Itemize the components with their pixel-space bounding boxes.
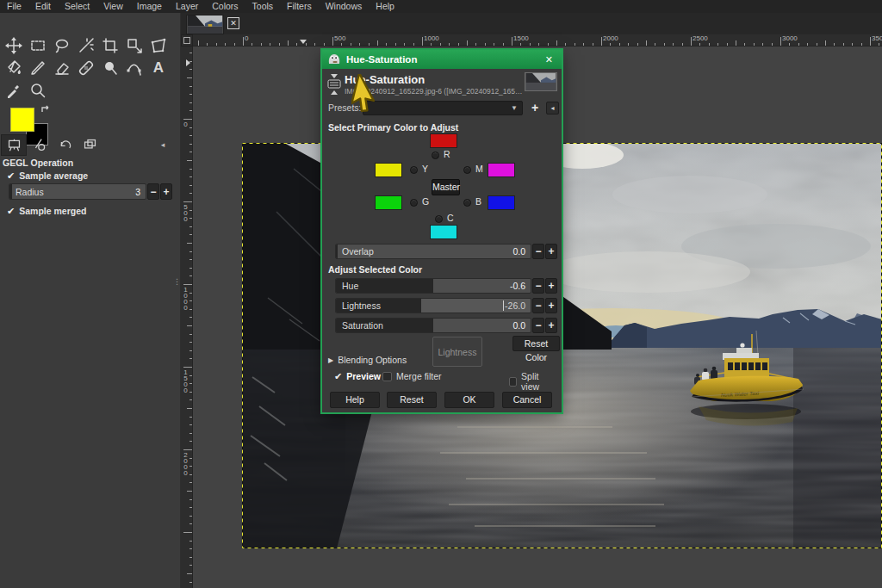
dock-collapse-button[interactable]: ◂ — [157, 139, 169, 151]
sample-average-checkbox[interactable]: ✔ — [7, 171, 15, 181]
radio-channel-b[interactable] — [463, 199, 471, 207]
crop-tool-button[interactable] — [99, 35, 121, 56]
radio-channel-y[interactable] — [410, 166, 418, 174]
horizontal-ruler[interactable]: 0500100015002000250030003500 — [181, 34, 882, 46]
hue-decrement-button[interactable]: − — [532, 278, 544, 294]
ruler-tick — [664, 43, 665, 46]
reset-button[interactable]: Reset — [387, 392, 437, 408]
lightness-slider[interactable]: Lightness -26.0 — [335, 298, 531, 313]
cancel-button[interactable]: Cancel — [502, 392, 552, 408]
radius-slider[interactable]: Radius 3 — [9, 183, 146, 200]
channel-key-m: M — [475, 164, 483, 174]
dialog-close-button[interactable]: ✕ — [542, 54, 556, 65]
menu-windows[interactable]: Windows — [319, 0, 370, 13]
menu-edit[interactable]: Edit — [28, 0, 58, 13]
hue-slider[interactable]: Hue -0.6 — [335, 278, 531, 294]
handle-transform-tool-button[interactable] — [147, 35, 170, 56]
panel-resize-grip[interactable]: ⋮ — [173, 277, 180, 286]
channel-swatch-blue[interactable] — [488, 195, 515, 210]
lightness-value[interactable]: -26.0 — [503, 300, 525, 311]
menu-image[interactable]: Image — [130, 0, 169, 13]
dialog-titlebar[interactable]: Hue-Saturation ✕ — [322, 50, 562, 69]
menu-layer[interactable]: Layer — [169, 0, 205, 13]
menu-help[interactable]: Help — [369, 0, 401, 13]
menu-filters[interactable]: Filters — [280, 0, 319, 13]
text-tool-button[interactable]: A — [147, 58, 170, 78]
saturation-increment-button[interactable]: + — [545, 318, 557, 333]
channel-swatch-green[interactable] — [375, 195, 402, 210]
channel-swatch-red[interactable] — [430, 133, 457, 148]
overlap-slider[interactable]: Overlap 0.0 — [335, 244, 531, 259]
split-view-checkbox[interactable] — [509, 377, 517, 387]
vertical-ruler[interactable]: 0500100015002000 — [181, 46, 193, 588]
menu-select[interactable]: Select — [58, 0, 96, 13]
menu-colors[interactable]: Colors — [205, 0, 245, 13]
eraser-tool-button[interactable] — [51, 58, 73, 78]
channel-swatch-cyan[interactable] — [430, 225, 457, 239]
tab-undo-history[interactable] — [53, 135, 78, 155]
close-image-button[interactable]: ✕ — [227, 17, 239, 29]
move-tool-button[interactable] — [3, 35, 25, 56]
hue-increment-button[interactable]: + — [545, 278, 557, 294]
lightness-increment-button[interactable]: + — [545, 298, 557, 313]
presets-dropdown[interactable]: ▼ — [363, 101, 523, 115]
master-channel-button[interactable]: Master — [432, 179, 460, 195]
preset-menu-button[interactable]: ◂ — [546, 102, 559, 115]
paths-tool-button[interactable] — [123, 58, 146, 78]
tab-images[interactable] — [78, 135, 102, 155]
radio-channel-c[interactable] — [435, 215, 443, 223]
channel-swatch-magenta[interactable] — [488, 163, 515, 177]
reset-color-button[interactable]: Reset Color — [512, 336, 560, 351]
ruler-tick — [189, 424, 193, 425]
saturation-value: 0.0 — [512, 320, 525, 331]
rectangle-select-tool-button[interactable] — [27, 35, 49, 56]
radius-increment-button[interactable]: + — [160, 183, 172, 200]
paintbrush-icon — [29, 59, 47, 77]
dodge-burn-tool-button[interactable] — [99, 58, 121, 78]
saturation-slider[interactable]: Saturation 0.0 — [335, 318, 531, 333]
blending-options-expander[interactable]: ▶ Blending Options — [328, 355, 407, 365]
ruler-tick — [189, 259, 193, 260]
image-tab[interactable] — [186, 15, 224, 34]
paintbrush-tool-button[interactable] — [27, 58, 49, 78]
menu-file[interactable]: File — [0, 0, 28, 13]
bucket-fill-tool-button[interactable] — [3, 58, 25, 78]
foreground-color-swatch[interactable] — [10, 108, 34, 132]
save-preset-button[interactable]: + — [531, 102, 538, 115]
radius-decrement-button[interactable]: − — [147, 183, 159, 200]
ruler-tick — [834, 43, 835, 46]
preview-checkbox[interactable]: ✔ — [334, 372, 342, 381]
lightness-decrement-button[interactable]: − — [532, 298, 544, 313]
ruler-tick — [575, 43, 575, 46]
color-picker-tool-button[interactable] — [3, 80, 25, 101]
dialog-preview-thumbnail[interactable] — [525, 72, 557, 91]
radio-channel-r[interactable] — [432, 152, 439, 159]
radio-channel-g[interactable] — [410, 199, 418, 207]
overlap-decrement-button[interactable]: − — [532, 244, 544, 259]
fuzzy-select-tool-button[interactable] — [75, 35, 97, 56]
channel-swatch-yellow[interactable] — [375, 163, 402, 177]
ruler-tick — [187, 325, 192, 326]
unified-transform-tool-button[interactable] — [123, 35, 146, 56]
ruler-corner-button[interactable] — [181, 34, 193, 46]
radio-channel-m[interactable] — [463, 166, 471, 174]
ruler-tick — [189, 309, 193, 310]
swap-colors-icon[interactable] — [40, 104, 52, 116]
heal-tool-button[interactable] — [75, 58, 97, 78]
menu-tools[interactable]: Tools — [245, 0, 281, 13]
ruler-label: 1500 — [513, 34, 529, 42]
pen-zero-icon — [33, 138, 47, 152]
zoom-tool-button[interactable] — [27, 80, 49, 101]
ok-button[interactable]: OK — [444, 392, 494, 408]
tab-tool-options[interactable] — [2, 135, 26, 155]
sample-merged-checkbox[interactable]: ✔ — [7, 207, 15, 216]
menu-view[interactable]: View — [96, 0, 130, 13]
merge-filter-checkbox[interactable] — [382, 372, 392, 381]
overlap-increment-button[interactable]: + — [545, 244, 557, 259]
free-select-tool-button[interactable] — [51, 35, 73, 56]
help-button[interactable]: Help — [330, 392, 380, 408]
saturation-decrement-button[interactable]: − — [532, 318, 544, 333]
ruler-tick — [189, 293, 193, 294]
ruler-tick — [699, 43, 700, 46]
tab-device-status[interactable] — [28, 135, 52, 155]
